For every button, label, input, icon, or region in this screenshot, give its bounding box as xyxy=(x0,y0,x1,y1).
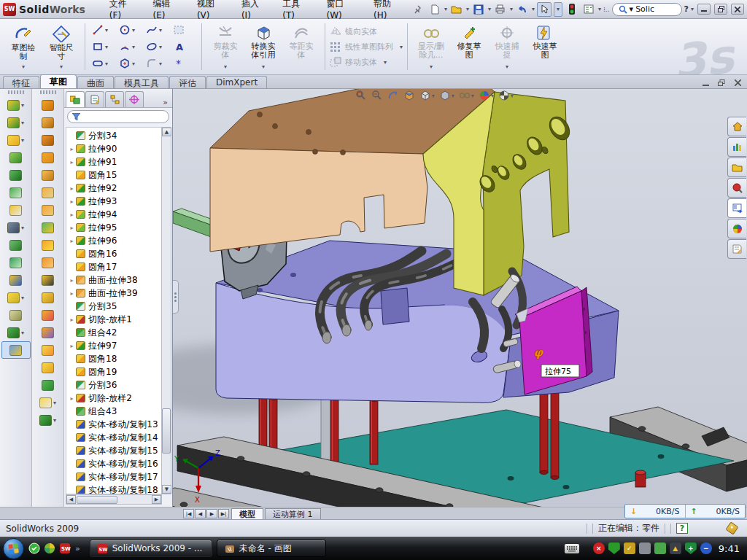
dropdown-icon[interactable]: ▾ xyxy=(105,61,108,67)
tree-item[interactable]: 分割35 xyxy=(66,300,161,313)
surface-sweep-button[interactable] xyxy=(34,131,63,149)
tree-item[interactable]: 分割34 xyxy=(66,129,161,142)
sketch-picture-button[interactable] xyxy=(171,22,197,38)
dropdown-icon[interactable]: ▾ xyxy=(21,137,24,144)
model-3d-view[interactable]: φ 拉伸75 Y Z X xyxy=(173,89,747,507)
freeform-button[interactable]: ▾ xyxy=(34,394,63,411)
expand-arrow-icon[interactable]: ▸ xyxy=(68,211,76,218)
options-icon[interactable] xyxy=(581,2,596,17)
toolbar-overflow-icon[interactable]: ⁞.. xyxy=(603,6,610,13)
expand-arrow-icon[interactable]: ▸ xyxy=(68,159,76,166)
tree-item[interactable]: ▸切除-放样1 xyxy=(66,313,161,326)
doc-tab-1[interactable]: 运动算例 1 xyxy=(265,508,321,519)
tree-item[interactable]: ▸拉伸90 xyxy=(66,142,161,155)
print-dropdown-icon[interactable]: ▾ xyxy=(510,6,513,12)
pattern-button[interactable]: ▾ xyxy=(1,219,31,236)
ruled-surface-button[interactable] xyxy=(34,236,63,254)
expand-arrow-icon[interactable]: ▸ xyxy=(68,343,76,349)
mirror-entities-button[interactable]: 镜向实体 xyxy=(330,25,403,38)
dropdown-icon[interactable]: ▾ xyxy=(21,225,24,231)
tree-vertical-scrollbar[interactable]: ▲ ▼ xyxy=(161,127,171,494)
save-dropdown-icon[interactable]: ▾ xyxy=(488,6,491,12)
antivirus-alert-icon[interactable]: × xyxy=(593,542,605,554)
tab-5[interactable]: DimXpert xyxy=(206,76,267,88)
expand-arrow-icon[interactable]: ▸ xyxy=(68,225,76,231)
repair-sketch-button[interactable]: 修复草 图 xyxy=(450,22,488,71)
display-delete-relations-button[interactable]: 显示/删 除几...▾ xyxy=(412,22,450,71)
tree-item[interactable]: 实体-移动/复制15 xyxy=(66,444,161,457)
tree-item[interactable]: ▸拉伸92 xyxy=(66,182,161,195)
search-box[interactable]: ▾ Solic xyxy=(612,3,682,16)
knit-surface-button[interactable] xyxy=(34,306,63,324)
hole-wizard-button[interactable] xyxy=(1,201,31,219)
untrim-surface-button[interactable] xyxy=(34,341,63,359)
quick-snaps-button[interactable]: 快速捕 捉▾ xyxy=(488,22,526,71)
swept-boss-button[interactable] xyxy=(1,149,31,166)
delete-face-button[interactable] xyxy=(34,271,63,289)
taskbar-clock[interactable]: 9:41 xyxy=(719,543,740,554)
resources-tab[interactable] xyxy=(727,117,746,136)
tree-item[interactable]: 实体-移动/复制17 xyxy=(66,470,161,483)
search-dropdown-icon[interactable]: ▾ xyxy=(630,4,634,14)
network-speed-widget[interactable]: ↓0KB/S ↑0KB/S xyxy=(624,504,746,518)
doc-minimize-button[interactable] xyxy=(699,77,712,88)
expand-arrow-icon[interactable]: ▸ xyxy=(68,185,76,192)
tab-1[interactable]: 草图 xyxy=(40,74,77,88)
sketch-button[interactable]: 草图绘 制▾ xyxy=(4,22,42,71)
dropdown-icon[interactable]: ▾ xyxy=(21,295,24,301)
featuremanager-tab[interactable] xyxy=(66,91,85,107)
tree-item[interactable]: ▸曲面-拉伸38 xyxy=(66,273,161,287)
dropdown-icon[interactable]: ▾ xyxy=(159,27,162,34)
expand-arrow-icon[interactable]: ▸ xyxy=(68,146,76,152)
expand-arrow-icon[interactable]: ▸ xyxy=(68,198,76,205)
volume-icon[interactable] xyxy=(639,542,651,554)
search-input[interactable]: Solic xyxy=(635,4,654,14)
hide-show-button[interactable]: ▾ xyxy=(459,90,474,101)
tree-horizontal-scrollbar[interactable]: ◀ ▶ xyxy=(66,494,162,505)
dome-button[interactable] xyxy=(34,376,63,394)
extruded-boss-button[interactable]: ▾ xyxy=(1,96,31,114)
planar-surface-button[interactable] xyxy=(34,201,63,219)
media-button[interactable] xyxy=(43,542,56,555)
design-library-tab[interactable] xyxy=(727,137,746,157)
zoom-area-button[interactable] xyxy=(371,90,383,101)
quicklaunch-overflow-icon[interactable]: » xyxy=(75,544,80,553)
combine-bodies-button[interactable] xyxy=(1,236,31,254)
tree-item[interactable]: 分割36 xyxy=(66,378,161,392)
instant3d-button[interactable] xyxy=(1,341,31,359)
view-orientation-button[interactable]: ▾ xyxy=(419,90,435,101)
help-icon[interactable]: ? xyxy=(684,4,689,14)
doc-tab-0[interactable]: 模型 xyxy=(231,508,263,519)
tree-item[interactable]: ▸曲面-拉伸39 xyxy=(66,287,161,300)
tree-item[interactable]: 实体-移动/复制13 xyxy=(66,418,161,431)
tree-item[interactable]: 组合43 xyxy=(66,405,161,418)
tree-item[interactable]: 圆角18 xyxy=(66,352,161,365)
slot-button[interactable]: ▾ xyxy=(90,55,116,71)
dropdown-icon[interactable]: ▾ xyxy=(132,44,135,50)
surface-revolve-button[interactable] xyxy=(34,114,63,131)
configurationmanager-tab[interactable] xyxy=(105,91,124,107)
sketch-text-button[interactable]: A xyxy=(171,39,197,55)
rectangle-button[interactable]: ▾ xyxy=(90,39,116,55)
close-button[interactable] xyxy=(731,4,744,15)
doc-restore-button[interactable] xyxy=(715,77,728,88)
linear-pattern-button[interactable]: 线性草图阵列▾ xyxy=(330,40,403,53)
custom-properties-tab[interactable] xyxy=(727,239,746,259)
shield-speed-icon[interactable] xyxy=(608,542,620,554)
appearance-button[interactable]: ▾ xyxy=(479,90,494,101)
nav-last-button[interactable]: ▶| xyxy=(218,509,229,518)
circle-button[interactable]: ▾ xyxy=(117,22,143,38)
surface-loft-button[interactable] xyxy=(34,149,63,166)
move-entities-button[interactable]: 移动实体▾ xyxy=(330,55,403,69)
rapid-sketch-button[interactable]: 快速草 图 xyxy=(526,22,564,71)
surface-extrude-button[interactable] xyxy=(34,96,63,114)
polygon-button[interactable]: ▾ xyxy=(117,55,143,71)
tree-item[interactable]: 实体-移动/复制14 xyxy=(66,431,161,444)
tree-item[interactable]: ▸拉伸97 xyxy=(66,339,161,352)
save-icon[interactable] xyxy=(471,2,486,17)
restore-button[interactable] xyxy=(714,4,727,15)
dropdown-icon[interactable]: ▾ xyxy=(21,330,24,336)
tree-item[interactable]: 实体-移动/复制16 xyxy=(66,457,161,470)
network-warning-icon[interactable]: ▲ xyxy=(670,542,681,554)
spline-tool-button[interactable]: ▾ xyxy=(34,411,63,429)
